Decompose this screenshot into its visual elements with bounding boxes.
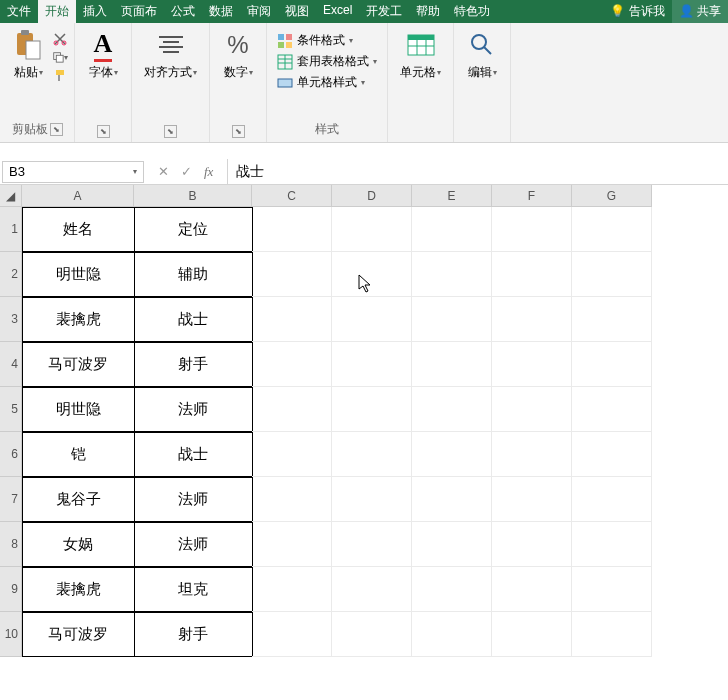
cell[interactable]	[492, 342, 572, 387]
cell[interactable]	[412, 297, 492, 342]
cell[interactable]	[572, 612, 652, 657]
col-header[interactable]: C	[252, 185, 332, 207]
tellme-button[interactable]: 💡 告诉我	[603, 0, 671, 23]
conditional-formatting-button[interactable]: 条件格式▾	[273, 31, 381, 50]
row-header[interactable]: 8	[0, 522, 22, 567]
cell[interactable]: 坦克	[134, 567, 253, 612]
cell[interactable]: 明世隐	[22, 252, 135, 297]
tab-insert[interactable]: 插入	[76, 0, 114, 23]
tab-data[interactable]: 数据	[202, 0, 240, 23]
cell[interactable]	[572, 522, 652, 567]
cell[interactable]: 法师	[134, 387, 253, 432]
cell[interactable]: 战士	[134, 297, 253, 342]
cell[interactable]	[412, 477, 492, 522]
row-header[interactable]: 2	[0, 252, 22, 297]
cell[interactable]	[492, 387, 572, 432]
cell[interactable]	[332, 522, 412, 567]
cell[interactable]	[252, 432, 332, 477]
cut-button[interactable]	[52, 31, 68, 47]
col-header[interactable]: G	[572, 185, 652, 207]
tab-formulas[interactable]: 公式	[164, 0, 202, 23]
cell[interactable]	[572, 207, 652, 252]
cell[interactable]	[412, 207, 492, 252]
cell[interactable]	[492, 207, 572, 252]
col-header[interactable]: D	[332, 185, 412, 207]
cell[interactable]: 法师	[134, 522, 253, 567]
cell[interactable]	[572, 297, 652, 342]
cell[interactable]: 姓名	[22, 207, 135, 252]
cell[interactable]	[572, 567, 652, 612]
cell[interactable]	[332, 432, 412, 477]
cell[interactable]: 铠	[22, 432, 135, 477]
cell[interactable]	[492, 252, 572, 297]
row-header[interactable]: 10	[0, 612, 22, 657]
cell[interactable]: 射手	[134, 342, 253, 387]
cell[interactable]	[332, 252, 412, 297]
editing-button[interactable]: 编辑▾	[460, 27, 504, 83]
row-header[interactable]: 1	[0, 207, 22, 252]
number-dialog-launcher[interactable]: ⬊	[232, 125, 245, 138]
cell[interactable]	[412, 567, 492, 612]
tab-page-layout[interactable]: 页面布	[114, 0, 164, 23]
cell[interactable]: 裴擒虎	[22, 567, 135, 612]
spreadsheet-grid[interactable]: ◢ A B C D E F G 1姓名定位 2明世隐辅助 3裴擒虎战士 4马可波…	[0, 185, 728, 657]
cell[interactable]: 鬼谷子	[22, 477, 135, 522]
cell[interactable]	[492, 432, 572, 477]
copy-button[interactable]: ▾	[52, 49, 68, 65]
cells-button[interactable]: 单元格▾	[394, 27, 447, 83]
row-header[interactable]: 7	[0, 477, 22, 522]
cell[interactable]	[252, 387, 332, 432]
cell[interactable]	[572, 477, 652, 522]
cell[interactable]	[332, 297, 412, 342]
cell[interactable]	[572, 432, 652, 477]
format-as-table-button[interactable]: 套用表格格式▾	[273, 52, 381, 71]
row-header[interactable]: 4	[0, 342, 22, 387]
row-header[interactable]: 5	[0, 387, 22, 432]
cell[interactable]	[412, 252, 492, 297]
cell[interactable]	[252, 522, 332, 567]
alignment-dialog-launcher[interactable]: ⬊	[164, 125, 177, 138]
tab-help[interactable]: 帮助	[409, 0, 447, 23]
name-box[interactable]: B3▾	[2, 161, 144, 183]
cell[interactable]	[412, 432, 492, 477]
paste-button[interactable]: 粘贴▾	[6, 27, 50, 83]
cell[interactable]	[252, 342, 332, 387]
col-header[interactable]: B	[134, 185, 252, 207]
cell[interactable]: 马可波罗	[22, 612, 135, 657]
tab-excel[interactable]: Excel	[316, 0, 359, 23]
cell[interactable]	[252, 252, 332, 297]
cell[interactable]	[332, 207, 412, 252]
cell[interactable]	[412, 342, 492, 387]
select-all-corner[interactable]: ◢	[0, 185, 22, 207]
cell[interactable]	[252, 207, 332, 252]
cell[interactable]	[412, 612, 492, 657]
col-header[interactable]: E	[412, 185, 492, 207]
cell[interactable]	[252, 567, 332, 612]
cell[interactable]	[412, 522, 492, 567]
cell-styles-button[interactable]: 单元格样式▾	[273, 73, 381, 92]
share-button[interactable]: 👤 共享	[672, 0, 728, 23]
cell[interactable]	[572, 252, 652, 297]
clipboard-dialog-launcher[interactable]: ⬊	[50, 123, 63, 136]
format-painter-button[interactable]	[52, 67, 68, 83]
row-header[interactable]: 9	[0, 567, 22, 612]
tab-view[interactable]: 视图	[278, 0, 316, 23]
cell[interactable]: 辅助	[134, 252, 253, 297]
fx-icon[interactable]: fx	[204, 164, 213, 180]
cell[interactable]	[252, 297, 332, 342]
cell[interactable]	[572, 387, 652, 432]
tab-developer[interactable]: 开发工	[359, 0, 409, 23]
cell[interactable]	[332, 477, 412, 522]
cancel-icon[interactable]: ✕	[158, 164, 169, 179]
cell[interactable]: 战士	[134, 432, 253, 477]
col-header[interactable]: F	[492, 185, 572, 207]
tab-home[interactable]: 开始	[38, 0, 76, 23]
tab-review[interactable]: 审阅	[240, 0, 278, 23]
cell[interactable]	[332, 567, 412, 612]
tab-file[interactable]: 文件	[0, 0, 38, 23]
cell[interactable]	[492, 612, 572, 657]
cell[interactable]: 法师	[134, 477, 253, 522]
cell[interactable]	[332, 387, 412, 432]
formula-bar[interactable]: 战士	[227, 159, 728, 184]
font-button[interactable]: A 字体▾	[81, 27, 125, 83]
